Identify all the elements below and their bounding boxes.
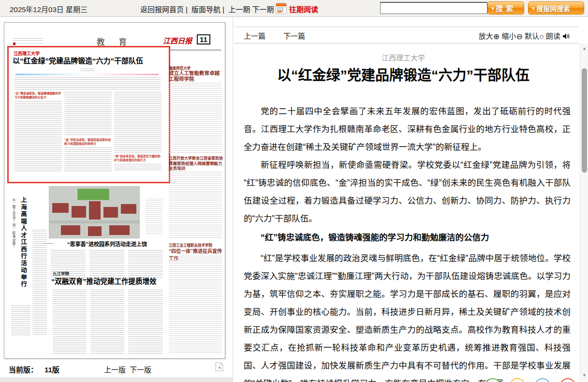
campus-photo — [49, 186, 140, 238]
nav-next-issue-link[interactable]: 下一期 — [252, 5, 274, 14]
highlight-column-2: “金”淬担当成色，锻造锐意进取的创新力和团结奋进的协同力 — [64, 92, 112, 178]
scroll-up-icon[interactable]: ▲ — [580, 46, 588, 51]
bottom-article-headline: “双融双育”推动党建工作提质增效 — [51, 276, 165, 286]
article-title: 以“红金绿”党建品牌锻造“六力”干部队伍 — [234, 64, 573, 84]
micro-text — [128, 250, 163, 279]
article-paragraph: 党的二十届四中全会擘画了未来五年发展的宏伟蓝图，发出了砥砺前行的时代强音。江西理… — [244, 103, 571, 156]
center-article-headline: “思享荟”进校园系列活动走进上饶 — [50, 240, 164, 248]
horizontal-scrollbar[interactable] — [0, 378, 233, 382]
micro-text — [90, 290, 124, 354]
photo-building — [72, 206, 86, 218]
column-subhead-2: “金”淬担当成色，锻造锐意进取的创新力和团结奋进的协同力 — [64, 138, 112, 146]
article-body: 党的二十届四中全会擘画了未来五年发展的宏伟蓝图，发出了砥砺前行的时代强音。江西理… — [244, 103, 571, 382]
paper-page-number: 11 — [197, 34, 210, 44]
search-button[interactable]: 搜 索 — [487, 1, 524, 15]
zoom-default-label: 默认 — [525, 32, 539, 40]
highlighted-article-box[interactable]: 江西理工大学 以“红金绿”党建品牌锻造“六力”干部队伍 “红”铸忠诚底色，锻造铸… — [7, 46, 170, 183]
net-search-button-label: 搜报网搜索 — [536, 3, 570, 13]
right-mid-headline-2: 开展家政经理人网络营销能力全员培训 — [169, 161, 223, 171]
speaker-icon — [562, 33, 570, 40]
highlight-column-1: “红”铸忠诚底色，锻造铸魂强能的学习力和勤勉廉洁的公信力 — [15, 92, 62, 178]
photo-building — [88, 226, 102, 236]
article-paragraph: 新征程呼唤新担当，新使命亟需硬脊梁。学校党委以“红金绿”党建品牌为引领，将“红”… — [244, 156, 571, 228]
micro-text — [64, 92, 112, 136]
micro-text — [114, 92, 162, 153]
vertical-article-subtitle: 从“图上交流”到“精准对接” — [11, 198, 16, 300]
micro-text — [169, 256, 222, 354]
zoom-in-icon: ⊕ — [493, 32, 500, 41]
button-arrow-icon — [491, 6, 495, 10]
photo-building — [109, 225, 130, 235]
photo-road — [49, 220, 139, 223]
page-nav-bar: 当前版： 11版 上一版 下一版 — [0, 360, 233, 378]
next-page-link[interactable]: 下一版 — [130, 364, 151, 374]
column-subhead-3: “绿”创未来亮色，锻造坚实可靠的防护力和高效落实的执行力 — [114, 155, 162, 162]
photo-building — [121, 204, 136, 214]
search-input[interactable] — [380, 2, 487, 14]
nav-separator: | — [186, 5, 188, 14]
photo-building — [52, 203, 69, 213]
photo-building — [61, 225, 80, 235]
scrollbar-thumb[interactable] — [582, 68, 587, 173]
zoom-in-button[interactable]: 放大⊕ — [479, 32, 500, 40]
pdf-icon — [215, 362, 223, 371]
micro-text — [11, 306, 30, 336]
zoom-default-button[interactable]: 默认○ — [525, 32, 544, 40]
photo-building — [103, 207, 118, 218]
article-subhead: “红”铸忠诚底色，锻造铸魂强能的学习力和勤勉廉洁的公信力 — [244, 229, 571, 247]
vertical-article-headline: 上海高端人才江西行活动举行 — [19, 197, 28, 301]
micro-text — [15, 101, 62, 172]
scroll-down-icon[interactable]: ▼ — [580, 373, 588, 378]
prev-article-link[interactable]: 上一篇 — [244, 30, 265, 41]
micro-text — [64, 147, 112, 172]
calendar-icon[interactable] — [276, 3, 287, 14]
micro-text — [128, 290, 163, 354]
app-root: 2025年12月03日 星期三 返回报网首页| 版面导航| 上一期 下一期| 往… — [0, 0, 588, 382]
zoom-in-label: 放大 — [479, 32, 493, 40]
net-search-button[interactable]: 搜报网搜索 — [528, 1, 584, 15]
paper-masthead: 江西日报 — [149, 35, 192, 45]
zoom-out-button[interactable]: 缩小⊖ — [501, 32, 522, 40]
newspaper-thumbnail-panel[interactable]: 教 育 江西日报 11 江西理工大学 以“红金绿”党建品牌锻造“六力”干部队伍 … — [4, 22, 225, 359]
search-button-label: 搜 索 — [496, 3, 514, 13]
current-date: 2025年12月03日 星期三 — [10, 4, 88, 14]
micro-text — [114, 164, 162, 172]
pdf-link[interactable] — [215, 362, 223, 373]
micro-text — [169, 172, 222, 239]
highlight-headline: 以“红金绿”党建品牌锻造“六力”干部队伍 — [13, 56, 163, 65]
button-arrow-icon — [531, 6, 536, 10]
reader-tools: 放大⊕ 缩小⊖ 默认○ 朗读 — [479, 30, 570, 41]
micro-text — [89, 250, 124, 279]
article-paragraph: “红”是学校事业发展的政治灵魂与鲜明底色，在“红金绿”品牌中居于统领地位。学校党… — [244, 250, 571, 382]
nav-home-link[interactable]: 返回报网首页 — [140, 5, 184, 14]
reader-toolbar: 上一篇 下一篇 放大⊕ 缩小⊖ 默认○ 朗读 — [234, 27, 578, 44]
vertical-scrollbar[interactable]: ▲ ▼ — [580, 43, 588, 382]
highlight-gradient-bar — [15, 73, 159, 75]
read-aloud-label: 朗读 — [546, 32, 560, 40]
highlight-intro-text — [15, 77, 161, 90]
photo-caption — [146, 199, 163, 235]
zoom-default-icon: ○ — [539, 32, 544, 41]
read-aloud-button[interactable]: 朗读 — [546, 32, 570, 40]
prev-page-link[interactable]: 上一版 — [104, 364, 126, 374]
micro-text — [32, 230, 47, 335]
top-bar: 2025年12月03日 星期三 返回报网首页| 版面导航| 上一期 下一期| 往… — [0, 0, 588, 17]
top-nav: 返回报网首页| 版面导航| 上一期 下一期| — [140, 4, 279, 14]
nav-separator: | — [222, 5, 224, 14]
photo-building — [89, 201, 101, 220]
calendar-icon-dots — [278, 11, 282, 13]
zoom-out-label: 缩小 — [501, 32, 516, 40]
article-kicker: 江西理工大学 — [234, 52, 573, 62]
zoom-out-icon: ⊖ — [516, 32, 522, 41]
micro-text — [169, 83, 222, 153]
current-page-label: 当前版： — [9, 364, 38, 374]
nav-layout-link[interactable]: 版面导航 — [191, 5, 220, 14]
past-issues-link[interactable]: 往期阅读 — [289, 4, 318, 14]
right-top-headline: 成立人工智能教育卓越工程师学院 — [169, 70, 223, 82]
panel-divider — [233, 16, 233, 382]
micro-text — [53, 290, 87, 354]
next-article-link[interactable]: 下一篇 — [283, 30, 305, 41]
column-subhead-1: “红”铸忠诚底色，锻造铸魂强能的学习力和勤勉廉洁的公信力 — [15, 92, 62, 99]
current-page-value: 11版 — [44, 364, 59, 374]
nav-prev-issue-link[interactable]: 上一期 — [228, 5, 250, 14]
